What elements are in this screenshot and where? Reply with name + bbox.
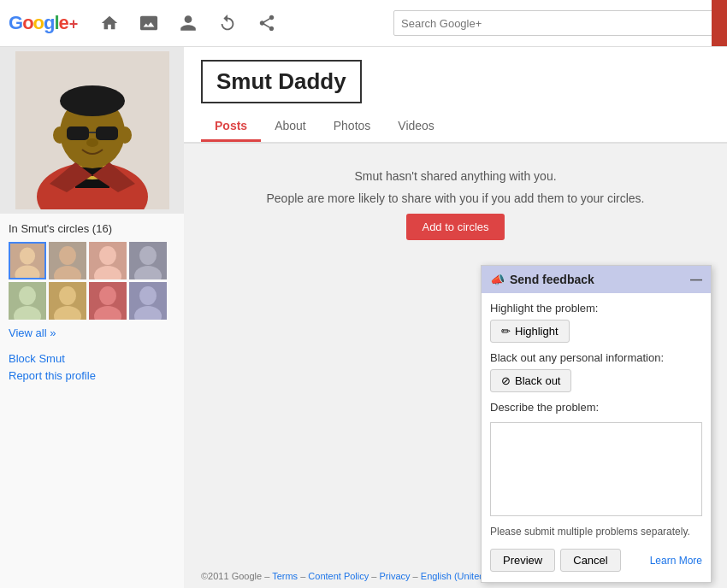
profile-body: Smut hasn't shared anything with you. Pe… [184, 144, 727, 266]
pencil-icon: ✏ [501, 325, 511, 338]
footer-terms-link[interactable]: Terms [272, 571, 298, 581]
svg-point-6 [60, 85, 125, 116]
profile-image-area [0, 47, 184, 214]
svg-point-34 [99, 286, 116, 305]
svg-point-16 [20, 248, 35, 265]
circles-prompt: People are more likely to share with you… [201, 191, 710, 205]
view-all-link[interactable]: View all » [9, 326, 175, 339]
svg-point-10 [53, 126, 67, 144]
sidebar: In Smut's circles (16) [0, 47, 184, 588]
tab-posts[interactable]: Posts [201, 112, 261, 142]
describe-label: Describe the problem: [490, 401, 702, 414]
svg-point-25 [139, 246, 157, 265]
svg-point-37 [139, 286, 157, 305]
circle-thumb-4[interactable] [129, 242, 167, 279]
svg-point-22 [99, 246, 116, 265]
feedback-close-button[interactable]: — [690, 273, 702, 286]
profile-name-box: Smut Daddy [201, 60, 362, 103]
svg-point-12 [86, 138, 98, 147]
tab-about[interactable]: About [261, 112, 320, 142]
plus-text: + [69, 15, 78, 32]
svg-point-28 [19, 286, 36, 305]
home-icon[interactable] [94, 8, 125, 38]
circle-thumb-6[interactable] [49, 282, 86, 320]
highlight-label: Highlight the problem: [490, 302, 702, 315]
feedback-title: 📣 Send feedback [490, 273, 594, 286]
circles-grid [9, 242, 175, 320]
feedback-title-text: Send feedback [510, 273, 594, 286]
svg-point-31 [59, 286, 76, 305]
search-input[interactable] [393, 10, 718, 36]
refresh-icon[interactable] [212, 8, 243, 38]
block-link[interactable]: Block Smut [9, 352, 175, 365]
feedback-footer: Preview Cancel Learn More [490, 544, 702, 573]
topbar: Google+ [0, 0, 727, 47]
circle-thumb-5[interactable] [9, 282, 46, 320]
profile-tabs: Posts About Photos Videos [201, 112, 710, 142]
megaphone-icon: 📣 [490, 273, 505, 286]
feedback-body: Highlight the problem: ✏ Highlight Black… [482, 293, 711, 582]
circle-thumb-2[interactable] [49, 242, 86, 279]
footer-content-link[interactable]: Content Policy [308, 571, 369, 581]
svg-rect-8 [96, 126, 118, 140]
topbar-icons [94, 8, 282, 38]
circle-thumb-8[interactable] [129, 282, 167, 320]
eraser-icon: ⊘ [501, 374, 511, 387]
svg-rect-7 [67, 126, 89, 140]
feedback-header: 📣 Send feedback — [482, 266, 711, 293]
circle-thumb-3[interactable] [89, 242, 127, 279]
report-link[interactable]: Report this profile [9, 369, 175, 382]
feedback-panel: 📣 Send feedback — Highlight the problem:… [481, 265, 712, 583]
tab-photos[interactable]: Photos [320, 112, 385, 142]
photos-icon[interactable] [133, 8, 164, 38]
share-icon[interactable] [251, 8, 282, 38]
profile-header: Smut Daddy Posts About Photos Videos [184, 47, 727, 144]
blackout-button[interactable]: ⊘ Black out [490, 369, 571, 392]
blackout-btn-label: Black out [515, 374, 560, 387]
circles-heading: In Smut's circles (16) [9, 222, 175, 235]
profile-name: Smut Daddy [216, 68, 346, 94]
svg-point-19 [59, 246, 76, 265]
preview-button[interactable]: Preview [490, 549, 555, 572]
google-logo[interactable]: Google+ [9, 12, 77, 34]
circle-thumb-1[interactable] [9, 242, 46, 279]
highlight-button[interactable]: ✏ Highlight [490, 320, 570, 343]
profile-icon[interactable] [173, 8, 204, 38]
cancel-button[interactable]: Cancel [560, 549, 620, 572]
svg-point-11 [118, 126, 132, 144]
empty-message: Smut hasn't shared anything with you. [201, 169, 710, 183]
highlight-btn-label: Highlight [515, 325, 559, 338]
tab-videos[interactable]: Videos [384, 112, 448, 142]
sidebar-content: In Smut's circles (16) [0, 214, 184, 395]
learn-more-link[interactable]: Learn More [650, 555, 702, 567]
red-accent-bar [712, 0, 727, 46]
footer-copyright: ©2011 Google – [201, 571, 269, 581]
blackout-label: Black out any personal information: [490, 351, 702, 364]
footer-privacy-link[interactable]: Privacy [380, 571, 411, 581]
problem-textarea[interactable] [490, 422, 702, 516]
add-to-circles-button[interactable]: Add to circles [406, 214, 504, 240]
circle-thumb-7[interactable] [89, 282, 127, 320]
feedback-buttons: Preview Cancel [490, 549, 621, 572]
submit-note: Please submit multiple problems separate… [490, 526, 702, 538]
